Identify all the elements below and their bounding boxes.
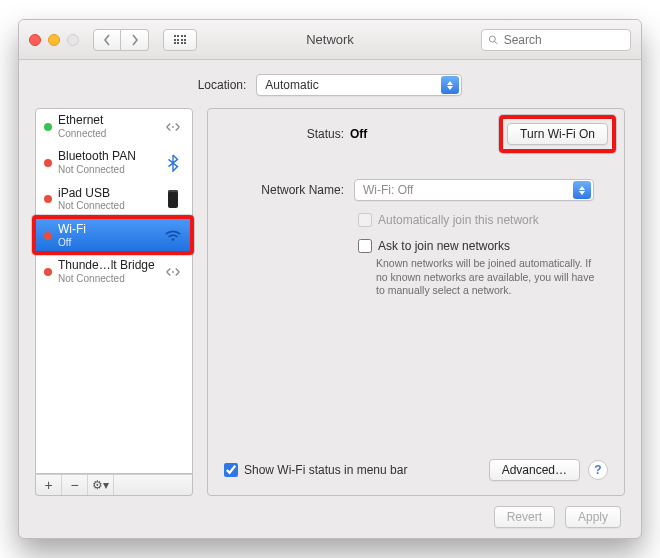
bluetooth-icon bbox=[162, 154, 184, 172]
grid-icon bbox=[174, 35, 187, 44]
network-preferences-window: Network Location: Automatic Ethernet bbox=[18, 19, 642, 539]
ask-join-label: Ask to join new networks bbox=[378, 239, 510, 253]
sidebar-item-wifi[interactable]: Wi-Fi Off bbox=[36, 218, 192, 254]
sync-icon bbox=[162, 120, 184, 134]
show-status-checkbox[interactable]: Show Wi-Fi status in menu bar bbox=[224, 463, 407, 477]
service-name: iPad USB bbox=[58, 187, 156, 201]
turn-wifi-on-button[interactable]: Turn Wi-Fi On bbox=[507, 123, 608, 145]
location-label: Location: bbox=[198, 78, 247, 92]
back-button[interactable] bbox=[93, 29, 121, 51]
status-dot-icon bbox=[44, 159, 52, 167]
footer-buttons: Revert Apply bbox=[35, 496, 625, 528]
svg-point-2 bbox=[172, 126, 174, 128]
network-name-select[interactable]: Wi-Fi: Off bbox=[354, 179, 594, 201]
ask-join-input[interactable] bbox=[358, 239, 372, 253]
service-name: Ethernet bbox=[58, 114, 156, 128]
revert-button[interactable]: Revert bbox=[494, 506, 555, 528]
svg-point-3 bbox=[172, 238, 175, 241]
service-name: Bluetooth PAN bbox=[58, 150, 156, 164]
location-value: Automatic bbox=[265, 78, 318, 92]
device-icon bbox=[162, 190, 184, 208]
status-label: Status: bbox=[224, 127, 344, 141]
help-button[interactable]: ? bbox=[588, 460, 608, 480]
auto-join-input bbox=[358, 213, 372, 227]
minimize-window-button[interactable] bbox=[48, 34, 60, 46]
apply-button[interactable]: Apply bbox=[565, 506, 621, 528]
sync-icon bbox=[162, 265, 184, 279]
status-dot-icon bbox=[44, 195, 52, 203]
location-select[interactable]: Automatic bbox=[256, 74, 462, 96]
window-controls bbox=[29, 34, 79, 46]
svg-line-1 bbox=[495, 41, 498, 44]
show-status-input[interactable] bbox=[224, 463, 238, 477]
ask-join-hint: Known networks will be joined automatica… bbox=[376, 257, 598, 298]
search-icon bbox=[488, 34, 499, 46]
remove-service-button[interactable]: − bbox=[62, 475, 88, 495]
service-actions-button[interactable]: ⚙︎▾ bbox=[88, 475, 114, 495]
auto-join-label: Automatically join this network bbox=[378, 213, 539, 227]
show-status-label: Show Wi-Fi status in menu bar bbox=[244, 463, 407, 477]
network-name-label: Network Name: bbox=[224, 183, 344, 197]
show-all-button[interactable] bbox=[163, 29, 197, 51]
sidebar-footer: + − ⚙︎▾ bbox=[35, 474, 193, 496]
nav-buttons bbox=[93, 29, 149, 51]
search-input[interactable] bbox=[504, 33, 624, 47]
ask-join-checkbox[interactable]: Ask to join new networks bbox=[358, 239, 510, 253]
svg-point-4 bbox=[172, 271, 174, 273]
titlebar: Network bbox=[19, 20, 641, 60]
auto-join-checkbox: Automatically join this network bbox=[358, 213, 539, 227]
location-row: Location: Automatic bbox=[35, 74, 625, 96]
stepper-icon bbox=[441, 76, 459, 94]
stepper-icon bbox=[573, 181, 591, 199]
status-value: Off bbox=[350, 127, 367, 141]
advanced-button[interactable]: Advanced… bbox=[489, 459, 580, 481]
wifi-icon bbox=[162, 229, 184, 243]
service-status: Connected bbox=[58, 128, 156, 140]
service-status: Not Connected bbox=[58, 164, 156, 176]
zoom-window-button[interactable] bbox=[67, 34, 79, 46]
service-name: Wi-Fi bbox=[58, 223, 156, 237]
status-dot-icon bbox=[44, 123, 52, 131]
sidebar-item-bluetooth-pan[interactable]: Bluetooth PAN Not Connected bbox=[36, 145, 192, 181]
detail-pane: Status: Off Turn Wi-Fi On Network Name: … bbox=[207, 108, 625, 496]
services-sidebar: Ethernet Connected Bluetooth PAN Not Con… bbox=[35, 108, 193, 496]
body: Location: Automatic Ethernet Connected bbox=[19, 60, 641, 538]
status-dot-icon bbox=[44, 268, 52, 276]
sidebar-item-ipad-usb[interactable]: iPad USB Not Connected bbox=[36, 182, 192, 218]
sidebar-item-thunderbolt-bridge[interactable]: Thunde…lt Bridge Not Connected bbox=[36, 254, 192, 290]
service-status: Off bbox=[58, 237, 156, 249]
forward-button[interactable] bbox=[121, 29, 149, 51]
service-status: Not Connected bbox=[58, 273, 156, 285]
service-name: Thunde…lt Bridge bbox=[58, 259, 156, 273]
sidebar-item-ethernet[interactable]: Ethernet Connected bbox=[36, 109, 192, 145]
search-field[interactable] bbox=[481, 29, 631, 51]
services-list[interactable]: Ethernet Connected Bluetooth PAN Not Con… bbox=[35, 108, 193, 474]
add-service-button[interactable]: + bbox=[36, 475, 62, 495]
status-dot-icon bbox=[44, 232, 52, 240]
service-status: Not Connected bbox=[58, 200, 156, 212]
network-name-value: Wi-Fi: Off bbox=[363, 183, 413, 197]
svg-point-0 bbox=[489, 36, 495, 42]
close-window-button[interactable] bbox=[29, 34, 41, 46]
